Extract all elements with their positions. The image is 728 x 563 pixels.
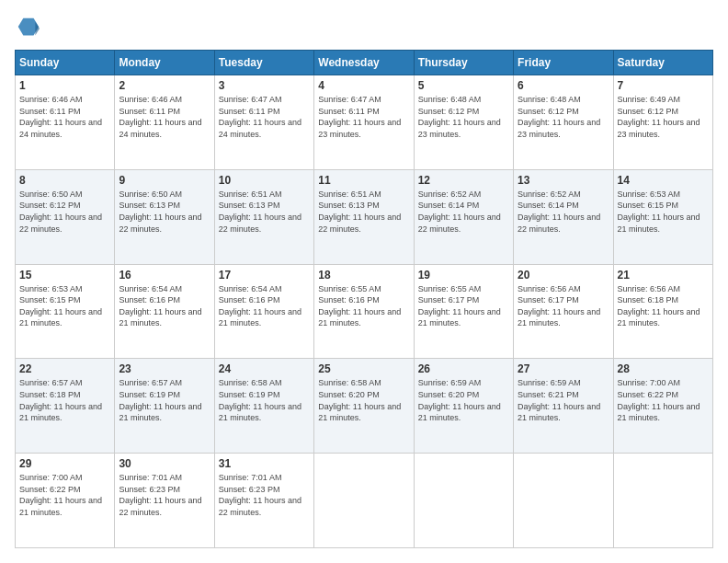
day-info: Sunrise: 6:54 AMSunset: 6:16 PMDaylight:… [119, 283, 210, 329]
calendar-day-cell: 20Sunrise: 6:56 AMSunset: 6:17 PMDayligh… [514, 264, 613, 359]
day-number: 29 [19, 457, 110, 470]
calendar-table: SundayMondayTuesdayWednesdayThursdayFrid… [15, 50, 713, 548]
calendar-header-wednesday: Wednesday [314, 51, 414, 75]
day-info: Sunrise: 6:51 AMSunset: 6:13 PMDaylight:… [318, 189, 409, 235]
day-info: Sunrise: 6:49 AMSunset: 6:12 PMDaylight:… [618, 94, 709, 140]
day-info: Sunrise: 6:56 AMSunset: 6:18 PMDaylight:… [618, 283, 709, 329]
calendar-day-cell: 27Sunrise: 6:59 AMSunset: 6:21 PMDayligh… [514, 359, 613, 454]
day-info: Sunrise: 6:54 AMSunset: 6:16 PMDaylight:… [219, 283, 310, 329]
day-number: 5 [418, 79, 509, 92]
calendar-day-cell: 30Sunrise: 7:01 AMSunset: 6:23 PMDayligh… [115, 454, 214, 548]
day-number: 3 [219, 79, 310, 92]
day-number: 30 [119, 457, 210, 470]
calendar-day-cell: 26Sunrise: 6:59 AMSunset: 6:20 PMDayligh… [414, 359, 513, 454]
calendar-day-cell: 12Sunrise: 6:52 AMSunset: 6:14 PMDayligh… [414, 169, 513, 264]
day-number: 16 [119, 269, 210, 282]
calendar-day-cell: 5Sunrise: 6:48 AMSunset: 6:12 PMDaylight… [414, 75, 513, 170]
calendar-header-thursday: Thursday [414, 51, 513, 75]
day-number: 2 [119, 79, 210, 92]
calendar-day-cell: 2Sunrise: 6:46 AMSunset: 6:11 PMDaylight… [115, 75, 214, 170]
calendar-day-cell: 11Sunrise: 6:51 AMSunset: 6:13 PMDayligh… [314, 169, 414, 264]
day-info: Sunrise: 7:00 AMSunset: 6:22 PMDaylight:… [618, 377, 709, 423]
day-info: Sunrise: 6:52 AMSunset: 6:14 PMDaylight:… [418, 189, 509, 235]
day-info: Sunrise: 6:48 AMSunset: 6:12 PMDaylight:… [418, 94, 509, 140]
calendar-day-cell: 16Sunrise: 6:54 AMSunset: 6:16 PMDayligh… [115, 264, 214, 359]
calendar-header-friday: Friday [514, 51, 613, 75]
calendar-day-cell [314, 454, 414, 548]
day-number: 11 [318, 174, 409, 187]
svg-marker-1 [35, 21, 40, 35]
day-info: Sunrise: 6:58 AMSunset: 6:20 PMDaylight:… [318, 377, 409, 423]
day-number: 21 [618, 269, 709, 282]
day-number: 19 [418, 269, 509, 282]
calendar-week-row: 8Sunrise: 6:50 AMSunset: 6:12 PMDaylight… [16, 169, 713, 264]
day-info: Sunrise: 6:53 AMSunset: 6:15 PMDaylight:… [19, 283, 110, 329]
calendar-day-cell: 18Sunrise: 6:55 AMSunset: 6:16 PMDayligh… [314, 264, 414, 359]
day-info: Sunrise: 6:55 AMSunset: 6:16 PMDaylight:… [318, 283, 409, 329]
day-info: Sunrise: 6:51 AMSunset: 6:13 PMDaylight:… [219, 189, 310, 235]
calendar-header-monday: Monday [115, 51, 214, 75]
page: SundayMondayTuesdayWednesdayThursdayFrid… [0, 0, 728, 563]
calendar-header-sunday: Sunday [16, 51, 115, 75]
day-number: 27 [518, 362, 609, 375]
day-info: Sunrise: 6:59 AMSunset: 6:20 PMDaylight:… [418, 377, 509, 423]
calendar-day-cell [414, 454, 513, 548]
calendar-header-row: SundayMondayTuesdayWednesdayThursdayFrid… [16, 51, 713, 75]
day-number: 28 [618, 362, 709, 375]
day-info: Sunrise: 6:55 AMSunset: 6:17 PMDaylight:… [418, 283, 509, 329]
day-info: Sunrise: 6:47 AMSunset: 6:11 PMDaylight:… [219, 94, 310, 140]
calendar-day-cell: 31Sunrise: 7:01 AMSunset: 6:23 PMDayligh… [214, 454, 313, 548]
day-info: Sunrise: 7:01 AMSunset: 6:23 PMDaylight:… [219, 472, 310, 518]
day-info: Sunrise: 6:46 AMSunset: 6:11 PMDaylight:… [119, 94, 210, 140]
day-info: Sunrise: 6:53 AMSunset: 6:15 PMDaylight:… [618, 189, 709, 235]
logo [15, 15, 44, 40]
calendar-day-cell [613, 454, 712, 548]
calendar-day-cell: 25Sunrise: 6:58 AMSunset: 6:20 PMDayligh… [314, 359, 414, 454]
day-info: Sunrise: 6:50 AMSunset: 6:13 PMDaylight:… [119, 189, 210, 235]
day-number: 6 [518, 79, 609, 92]
day-number: 13 [518, 174, 609, 187]
day-info: Sunrise: 6:47 AMSunset: 6:11 PMDaylight:… [318, 94, 409, 140]
calendar-day-cell: 1Sunrise: 6:46 AMSunset: 6:11 PMDaylight… [16, 75, 115, 170]
calendar-day-cell: 17Sunrise: 6:54 AMSunset: 6:16 PMDayligh… [214, 264, 313, 359]
day-number: 7 [618, 79, 709, 92]
day-number: 1 [19, 79, 110, 92]
day-number: 17 [219, 269, 310, 282]
day-info: Sunrise: 6:59 AMSunset: 6:21 PMDaylight:… [518, 377, 609, 423]
day-info: Sunrise: 6:50 AMSunset: 6:12 PMDaylight:… [19, 189, 110, 235]
calendar-week-row: 15Sunrise: 6:53 AMSunset: 6:15 PMDayligh… [16, 264, 713, 359]
calendar-day-cell: 7Sunrise: 6:49 AMSunset: 6:12 PMDaylight… [613, 75, 712, 170]
day-number: 23 [119, 362, 210, 375]
day-info: Sunrise: 6:57 AMSunset: 6:19 PMDaylight:… [119, 377, 210, 423]
day-number: 25 [318, 362, 409, 375]
calendar-day-cell: 15Sunrise: 6:53 AMSunset: 6:15 PMDayligh… [16, 264, 115, 359]
day-number: 10 [219, 174, 310, 187]
calendar-day-cell: 8Sunrise: 6:50 AMSunset: 6:12 PMDaylight… [16, 169, 115, 264]
day-number: 18 [318, 269, 409, 282]
calendar-week-row: 29Sunrise: 7:00 AMSunset: 6:22 PMDayligh… [16, 454, 713, 548]
day-info: Sunrise: 7:00 AMSunset: 6:22 PMDaylight:… [19, 472, 110, 518]
day-number: 14 [618, 174, 709, 187]
calendar-day-cell: 19Sunrise: 6:55 AMSunset: 6:17 PMDayligh… [414, 264, 513, 359]
day-number: 26 [418, 362, 509, 375]
calendar-day-cell: 3Sunrise: 6:47 AMSunset: 6:11 PMDaylight… [214, 75, 313, 170]
day-number: 24 [219, 362, 310, 375]
calendar-week-row: 1Sunrise: 6:46 AMSunset: 6:11 PMDaylight… [16, 75, 713, 170]
calendar-day-cell: 14Sunrise: 6:53 AMSunset: 6:15 PMDayligh… [613, 169, 712, 264]
day-number: 15 [19, 269, 110, 282]
calendar-day-cell: 9Sunrise: 6:50 AMSunset: 6:13 PMDaylight… [115, 169, 214, 264]
day-info: Sunrise: 6:58 AMSunset: 6:19 PMDaylight:… [219, 377, 310, 423]
calendar-day-cell: 10Sunrise: 6:51 AMSunset: 6:13 PMDayligh… [214, 169, 313, 264]
logo-icon [15, 15, 40, 40]
day-number: 20 [518, 269, 609, 282]
day-number: 22 [19, 362, 110, 375]
day-number: 8 [19, 174, 110, 187]
calendar-day-cell: 13Sunrise: 6:52 AMSunset: 6:14 PMDayligh… [514, 169, 613, 264]
calendar-week-row: 22Sunrise: 6:57 AMSunset: 6:18 PMDayligh… [16, 359, 713, 454]
day-number: 4 [318, 79, 409, 92]
day-info: Sunrise: 6:56 AMSunset: 6:17 PMDaylight:… [518, 283, 609, 329]
day-info: Sunrise: 6:52 AMSunset: 6:14 PMDaylight:… [518, 189, 609, 235]
header [15, 15, 713, 40]
calendar-day-cell: 24Sunrise: 6:58 AMSunset: 6:19 PMDayligh… [214, 359, 313, 454]
day-info: Sunrise: 6:57 AMSunset: 6:18 PMDaylight:… [19, 377, 110, 423]
